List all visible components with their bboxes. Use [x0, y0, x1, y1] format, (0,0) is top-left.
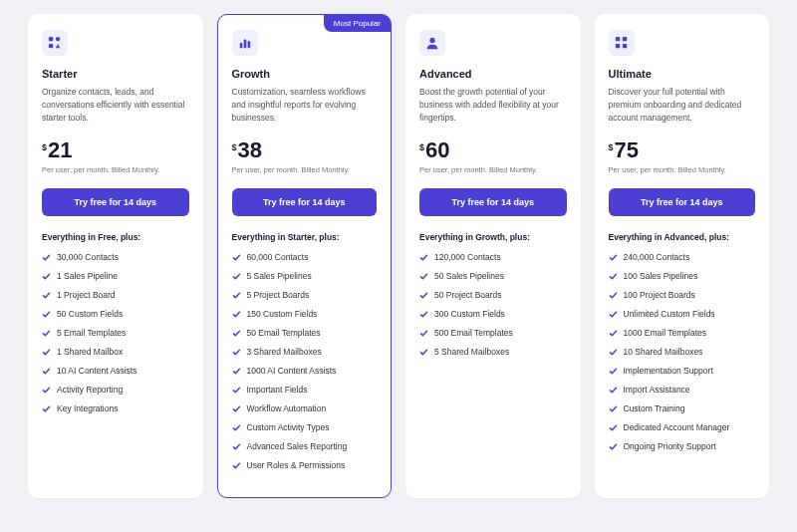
check-icon — [232, 253, 241, 262]
check-icon — [609, 291, 618, 300]
pricing-grid: Starter Organize contacts, leads, and co… — [28, 14, 769, 498]
feature-item: Dedicated Account Manager — [609, 422, 756, 432]
svg-marker-3 — [56, 44, 60, 48]
feature-item: 1000 Email Templates — [609, 328, 756, 338]
feature-label: 10 Shared Mailboxes — [624, 347, 703, 357]
feature-item: Activity Reporting — [42, 385, 189, 395]
price-value: 38 — [238, 139, 262, 161]
feature-item: 10 AI Content Assists — [42, 366, 189, 376]
feature-item: 50 Email Templates — [232, 328, 378, 338]
svg-point-1 — [56, 37, 60, 41]
try-free-button[interactable]: Try free for 14 days — [232, 188, 378, 216]
svg-rect-11 — [622, 44, 626, 48]
feature-label: 60,000 Contacts — [247, 252, 309, 262]
feature-label: 50 Email Templates — [247, 328, 321, 338]
feature-item: 300 Custom Fields — [419, 309, 567, 319]
svg-rect-4 — [239, 43, 242, 48]
check-icon — [232, 423, 241, 432]
check-icon — [42, 253, 51, 262]
plan-name: Ultimate — [609, 68, 756, 80]
feature-item: 1000 AI Content Assists — [232, 366, 378, 376]
feature-label: 100 Project Boards — [624, 290, 695, 300]
check-icon — [42, 404, 51, 413]
features-list: 120,000 Contacts50 Sales Pipelines50 Pro… — [419, 252, 567, 357]
feature-item: 5 Sales Pipelines — [232, 271, 378, 281]
feature-label: 5 Sales Pipelines — [247, 271, 312, 281]
feature-label: 5 Shared Mailboxes — [434, 347, 509, 357]
check-icon — [609, 329, 618, 338]
currency-symbol: $ — [419, 142, 424, 152]
feature-item: 150 Custom Fields — [232, 309, 378, 319]
currency-symbol: $ — [609, 142, 614, 152]
check-icon — [232, 310, 241, 319]
grid-icon — [609, 30, 635, 56]
plan-price: $ 21 — [42, 139, 189, 161]
feature-label: 50 Custom Fields — [57, 309, 123, 319]
feature-item: 60,000 Contacts — [232, 252, 378, 262]
feature-label: 240,000 Contacts — [624, 252, 690, 262]
feature-label: 150 Custom Fields — [247, 309, 318, 319]
feature-label: 1000 AI Content Assists — [247, 366, 337, 376]
check-icon — [232, 272, 241, 281]
check-icon — [609, 253, 618, 262]
feature-label: User Roles & Permissions — [247, 460, 346, 470]
feature-label: 30,000 Contacts — [57, 252, 119, 262]
plan-description: Boost the growth potential of your busin… — [419, 86, 567, 126]
feature-item: Custom Training — [609, 403, 756, 413]
check-icon — [232, 442, 241, 451]
plan-description: Customization, seamless workflows and in… — [232, 86, 378, 126]
billing-note: Per user, per month. Billed Monthly. — [419, 165, 567, 174]
pricing-card: Ultimate Discover your full potential wi… — [595, 14, 770, 498]
feature-label: Key Integrations — [57, 403, 118, 413]
feature-item: 3 Shared Mailboxes — [232, 347, 378, 357]
plan-price: $ 75 — [609, 139, 756, 161]
check-icon — [42, 367, 51, 376]
feature-item: 5 Project Boards — [232, 290, 378, 300]
feature-item: 5 Email Templates — [42, 328, 189, 338]
check-icon — [42, 272, 51, 281]
feature-label: 3 Shared Mailboxes — [247, 347, 322, 357]
feature-label: 5 Project Boards — [247, 290, 310, 300]
features-heading: Everything in Starter, plus: — [232, 232, 378, 242]
feature-item: 50 Project Boards — [419, 290, 567, 300]
feature-item: 10 Shared Mailboxes — [609, 347, 756, 357]
billing-note: Per user, per month. Billed Monthly. — [232, 165, 378, 174]
check-icon — [609, 348, 618, 357]
price-value: 75 — [615, 139, 639, 161]
feature-item: 100 Sales Pipelines — [609, 271, 756, 281]
shapes-icon — [42, 30, 68, 56]
currency-symbol: $ — [232, 142, 237, 152]
check-icon — [232, 348, 241, 357]
check-icon — [232, 461, 241, 470]
svg-rect-0 — [49, 37, 53, 41]
check-icon — [232, 386, 241, 395]
svg-rect-8 — [615, 37, 619, 41]
check-icon — [419, 291, 428, 300]
svg-rect-9 — [622, 37, 626, 41]
check-icon — [609, 442, 618, 451]
check-icon — [42, 310, 51, 319]
check-icon — [419, 329, 428, 338]
price-value: 60 — [425, 139, 449, 161]
try-free-button[interactable]: Try free for 14 days — [609, 188, 756, 216]
try-free-button[interactable]: Try free for 14 days — [419, 188, 567, 216]
pricing-card: Starter Organize contacts, leads, and co… — [28, 14, 203, 498]
feature-item: Unlimited Custom Fields — [609, 309, 756, 319]
feature-label: 1 Sales Pipeline — [57, 271, 118, 281]
features-list: 60,000 Contacts5 Sales Pipelines5 Projec… — [232, 252, 378, 470]
features-list: 30,000 Contacts1 Sales Pipeline1 Project… — [42, 252, 189, 413]
feature-item: Import Assistance — [609, 385, 756, 395]
check-icon — [42, 329, 51, 338]
try-free-button[interactable]: Try free for 14 days — [42, 188, 189, 216]
feature-label: 50 Sales Pipelines — [434, 271, 504, 281]
feature-label: Advanced Sales Reporting — [247, 441, 348, 451]
plan-name: Starter — [42, 68, 189, 80]
feature-label: 1 Project Board — [57, 290, 116, 300]
feature-label: Implementation Support — [624, 366, 713, 376]
billing-note: Per user, per month. Billed Monthly. — [42, 165, 189, 174]
check-icon — [232, 291, 241, 300]
feature-label: 1000 Email Templates — [624, 328, 706, 338]
check-icon — [419, 348, 428, 357]
check-icon — [232, 367, 241, 376]
feature-item: User Roles & Permissions — [232, 460, 378, 470]
